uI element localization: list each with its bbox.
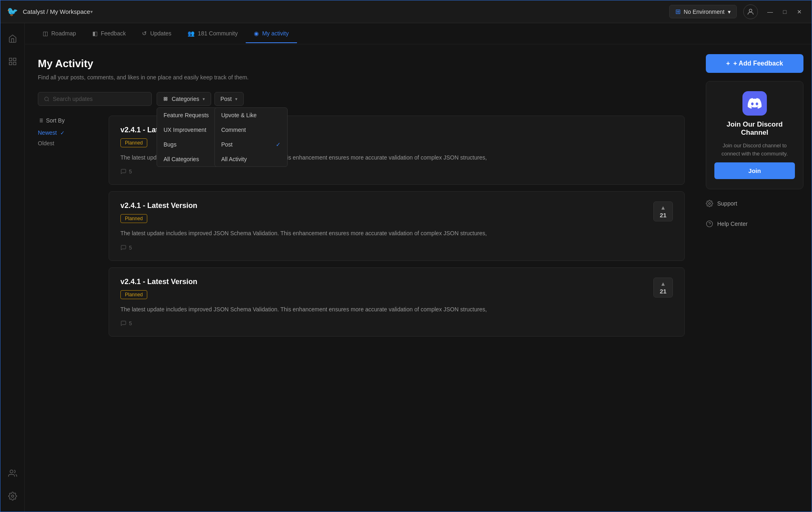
discord-card: Join Our Discord Channel Join our Discor…: [706, 81, 803, 189]
dropdowns-container: Categories ▾ Feature Requests UX Improve…: [157, 92, 244, 106]
post-label: Post: [220, 96, 232, 102]
post-post[interactable]: Post ✓: [215, 137, 287, 152]
post-upvote-like[interactable]: Upvote & Like: [215, 108, 287, 123]
svg-point-5: [10, 470, 13, 473]
categories-chevron-icon: ▾: [203, 96, 205, 102]
post-card-2: v2.4.1 - Latest Version Planned ▲ 21 The…: [109, 191, 685, 260]
maximize-button[interactable]: □: [779, 6, 790, 18]
user-avatar[interactable]: [743, 4, 758, 19]
vote-count-3: 21: [660, 288, 667, 295]
titlebar-chevron-icon[interactable]: ▾: [90, 9, 93, 15]
svg-point-10: [166, 97, 168, 99]
post-3-badge: Planned: [120, 290, 147, 299]
app-title: Catalyst / My Workspace: [23, 8, 90, 15]
add-feedback-button[interactable]: + + Add Feedback: [706, 54, 803, 73]
vote-count-2: 21: [660, 212, 667, 219]
post-2-badge: Planned: [120, 214, 147, 223]
tab-feedback-label: Feedback: [101, 30, 126, 37]
categories-dropdown-btn[interactable]: Categories ▾: [157, 92, 211, 106]
post-2-title: v2.4.1 - Latest Version: [120, 201, 653, 210]
post-3-body: The latest update includes improved JSON…: [120, 305, 673, 314]
tab-roadmap[interactable]: ◫ Roadmap: [35, 24, 84, 43]
minimize-button[interactable]: —: [764, 6, 776, 18]
tab-feedback[interactable]: ◧ Feedback: [84, 24, 134, 43]
tab-roadmap-label: Roadmap: [51, 30, 76, 37]
post-2-meta: 5: [120, 245, 673, 251]
discord-logo-icon: [742, 91, 767, 116]
updates-icon: ↺: [142, 30, 147, 37]
feedback-icon: ◧: [92, 30, 98, 37]
discord-join-button[interactable]: Join: [714, 162, 795, 179]
tab-myactivity-label: My activity: [262, 30, 288, 37]
sidebar-item-dashboard[interactable]: [4, 53, 22, 70]
categories-icon: [163, 96, 168, 102]
svg-point-6: [11, 495, 14, 497]
svg-point-20: [707, 221, 713, 227]
vote-box-3[interactable]: ▲ 21: [653, 278, 673, 298]
category-feature-label: Feature Requests: [164, 112, 209, 118]
categories-label: Categories: [172, 96, 199, 102]
post-2-body: The latest update includes improved JSON…: [120, 229, 673, 238]
support-label: Support: [717, 200, 737, 207]
search-input[interactable]: [53, 96, 146, 102]
support-link[interactable]: Support: [706, 197, 803, 210]
help-icon: [706, 220, 713, 228]
svg-point-7: [45, 97, 48, 101]
page-title: My Activity: [38, 57, 685, 70]
sidebar-item-team[interactable]: [4, 464, 22, 482]
env-chevron-icon: ▾: [728, 9, 731, 15]
post-comment[interactable]: Comment: [215, 123, 287, 137]
sort-newest[interactable]: Newest ✓: [38, 129, 99, 136]
category-ux-label: UX Improvement: [164, 127, 206, 133]
app-logo-icon: 🐦: [7, 7, 18, 17]
titlebar: 🐦 Catalyst / My Workspace ▾ ⊞ No Environ…: [0, 0, 812, 23]
post-card-3: v2.4.1 - Latest Version Planned ▲ 21 The…: [109, 267, 685, 337]
sort-sidebar: Sort By Newest ✓ Oldest: [38, 116, 99, 337]
page-subtitle: Find all your posts, comments, and likes…: [38, 74, 685, 81]
sidebar-item-home[interactable]: [4, 30, 22, 48]
post-2-comments: 5: [129, 245, 132, 251]
support-icon: [706, 200, 713, 207]
community-icon: 👥: [188, 30, 194, 37]
svg-rect-4: [9, 62, 11, 65]
add-feedback-label: + Add Feedback: [733, 60, 783, 67]
category-bugs-label: Bugs: [164, 141, 177, 148]
post-3-title: v2.4.1 - Latest Version: [120, 278, 653, 286]
post-chevron-icon: ▾: [235, 96, 238, 102]
sort-oldest[interactable]: Oldest: [38, 140, 99, 147]
svg-point-12: [166, 99, 168, 101]
help-center-link[interactable]: Help Center: [706, 218, 803, 230]
tab-updates[interactable]: ↺ Updates: [134, 24, 179, 43]
vote-box-2[interactable]: ▲ 21: [653, 201, 673, 221]
post-1-meta: 5: [120, 168, 673, 175]
search-box[interactable]: [38, 92, 152, 106]
post-dropdown-wrapper: Post ▾ Upvote & Like Comment: [214, 92, 244, 106]
search-icon: [44, 96, 50, 102]
env-selector[interactable]: ⊞ No Environment ▾: [669, 5, 737, 18]
upvote-like-label: Upvote & Like: [221, 112, 257, 118]
help-center-label: Help Center: [717, 221, 748, 227]
close-button[interactable]: ✕: [794, 6, 805, 18]
post-1-comments: 5: [129, 168, 132, 175]
vote-up-icon-2: ▲: [660, 204, 666, 211]
sidebar-item-settings[interactable]: [4, 487, 22, 505]
svg-point-19: [709, 203, 711, 205]
comment-icon-2: [120, 245, 127, 251]
right-panel: + + Add Feedback Join Our Discord Channe…: [698, 44, 812, 512]
env-icon: ⊞: [675, 8, 681, 15]
tabbar: ◫ Roadmap ◧ Feedback ↺ Updates 👥 181 Com…: [25, 23, 812, 44]
post-dropdown-btn[interactable]: Post ▾: [214, 92, 244, 106]
post-all-activity[interactable]: All Activity: [215, 152, 287, 166]
svg-point-11: [164, 99, 166, 101]
svg-rect-1: [9, 58, 11, 61]
tab-community[interactable]: 👥 181 Community: [179, 24, 246, 43]
tab-community-label: 181 Community: [198, 30, 238, 37]
sort-newest-check-icon: ✓: [60, 130, 65, 136]
sort-newest-label: Newest: [38, 129, 57, 136]
sort-icon: [38, 118, 44, 123]
svg-rect-2: [13, 58, 15, 61]
discord-title: Join Our Discord Channel: [714, 120, 795, 137]
main-panel: My Activity Find all your posts, comment…: [25, 44, 698, 512]
post-3-meta: 5: [120, 320, 673, 326]
tab-myactivity[interactable]: ◉ My activity: [246, 24, 297, 43]
